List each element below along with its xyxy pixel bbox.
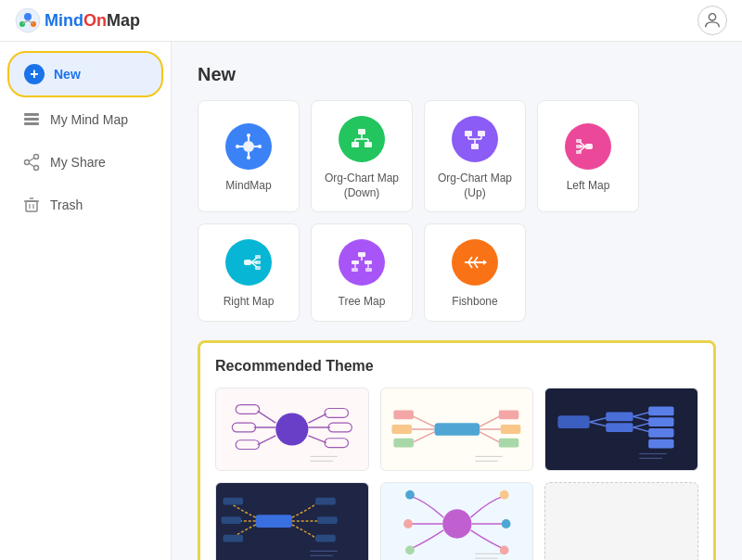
svg-marker-70 [483, 260, 487, 265]
svg-rect-61 [352, 268, 358, 272]
svg-point-27 [236, 145, 239, 148]
svg-rect-83 [325, 439, 348, 448]
template-card-org-down[interactable]: Org-Chart Map(Down) [311, 100, 413, 212]
svg-rect-105 [607, 423, 633, 432]
svg-rect-94 [498, 410, 518, 419]
theme-grid [215, 388, 698, 560]
right-map-label: Right Map [224, 295, 275, 310]
theme-card-3[interactable] [544, 388, 698, 471]
layers-icon [22, 110, 41, 129]
sidebar-item-new-label: New [54, 67, 81, 82]
fishbone-icon [452, 239, 498, 286]
svg-point-20 [243, 141, 254, 152]
svg-rect-116 [256, 515, 292, 528]
svg-rect-112 [648, 428, 673, 438]
svg-point-125 [442, 509, 471, 538]
mindmap-label: MindMap [225, 179, 271, 194]
svg-rect-118 [222, 516, 242, 524]
svg-rect-59 [352, 261, 359, 264]
svg-line-102 [590, 417, 608, 422]
svg-rect-122 [315, 535, 336, 542]
org-up-icon [452, 116, 498, 162]
template-card-left-map[interactable]: Left Map [537, 100, 639, 212]
svg-rect-81 [328, 423, 352, 432]
svg-point-131 [499, 545, 508, 554]
svg-rect-73 [236, 404, 259, 414]
svg-line-93 [480, 415, 500, 426]
theme-card-4[interactable] [215, 482, 369, 560]
theme5-preview [381, 483, 533, 560]
svg-point-128 [405, 545, 415, 554]
left-map-label: Left Map [567, 179, 610, 194]
svg-rect-88 [393, 410, 414, 419]
sidebar-item-new[interactable]: + New [7, 51, 163, 97]
avatar-icon [702, 10, 723, 31]
theme3-preview [545, 388, 697, 470]
svg-rect-55 [255, 261, 261, 264]
svg-point-127 [403, 519, 413, 528]
svg-line-107 [633, 416, 651, 421]
theme2-preview [381, 388, 533, 470]
template-card-tree-map[interactable]: Tree Map [311, 223, 413, 322]
sidebar-item-my-mind-map[interactable]: My Mind Map [7, 99, 163, 140]
svg-point-12 [34, 166, 39, 171]
recommended-title: Recommended Theme [215, 358, 698, 375]
template-card-mindmap[interactable]: MindMap [198, 100, 300, 212]
svg-rect-101 [558, 415, 590, 428]
svg-point-25 [247, 134, 250, 137]
svg-line-106 [633, 412, 651, 416]
svg-point-1 [24, 13, 32, 20]
template-card-fishbone[interactable]: Fishbone [424, 223, 526, 322]
svg-line-78 [308, 414, 326, 423]
svg-line-97 [480, 432, 500, 443]
template-card-right-map[interactable]: Right Map [198, 223, 300, 322]
svg-rect-34 [352, 142, 359, 147]
theme-card-1[interactable] [215, 388, 369, 471]
svg-rect-104 [607, 412, 633, 421]
svg-rect-9 [24, 122, 39, 125]
svg-rect-77 [236, 440, 259, 450]
svg-rect-96 [500, 425, 520, 434]
svg-line-110 [633, 423, 651, 427]
org-up-label: Org-Chart Map (Up) [432, 172, 518, 200]
svg-point-28 [258, 145, 262, 148]
svg-rect-57 [358, 252, 365, 257]
sidebar-item-trash-label: Trash [50, 197, 83, 212]
svg-rect-56 [255, 266, 261, 270]
svg-rect-8 [24, 118, 39, 121]
logo-text: MindOnMap [45, 11, 140, 31]
svg-point-26 [247, 156, 250, 159]
theme-card-5[interactable] [380, 482, 534, 560]
svg-rect-120 [315, 497, 336, 504]
svg-rect-29 [358, 129, 365, 134]
svg-rect-7 [24, 113, 39, 116]
svg-line-111 [633, 427, 651, 432]
svg-rect-119 [224, 535, 244, 542]
svg-rect-49 [576, 150, 582, 154]
svg-rect-79 [325, 408, 348, 417]
svg-rect-90 [391, 425, 412, 434]
sidebar-item-my-mind-map-label: My Mind Map [50, 112, 128, 127]
svg-rect-36 [471, 144, 479, 149]
svg-rect-35 [365, 142, 372, 147]
svg-rect-117 [224, 497, 244, 504]
svg-rect-15 [26, 201, 37, 211]
svg-line-87 [412, 415, 434, 426]
theme-card-6 [544, 482, 698, 560]
svg-point-130 [501, 519, 510, 528]
user-avatar[interactable] [697, 6, 727, 35]
svg-line-82 [308, 436, 326, 443]
sidebar-item-my-share[interactable]: My Share [7, 142, 163, 183]
svg-line-72 [258, 411, 276, 423]
svg-rect-47 [576, 139, 582, 143]
svg-rect-43 [585, 144, 593, 149]
svg-point-126 [405, 490, 415, 500]
share-icon [22, 153, 41, 172]
recommended-section: Recommended Theme [198, 340, 716, 560]
svg-rect-109 [648, 417, 673, 426]
sidebar-item-trash[interactable]: Trash [7, 185, 163, 225]
template-card-org-up[interactable]: Org-Chart Map (Up) [424, 100, 526, 212]
template-grid: MindMap Org-Chart Map(Down) [198, 100, 716, 322]
theme-card-2[interactable] [380, 388, 534, 471]
app-logo: MindOnMap [15, 7, 140, 33]
